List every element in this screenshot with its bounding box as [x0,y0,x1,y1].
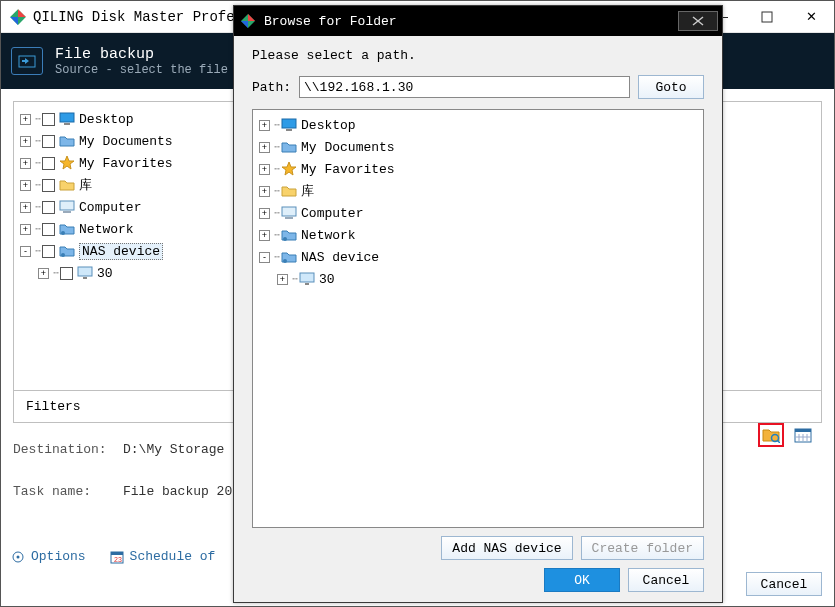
path-label: Path: [252,80,291,95]
svg-rect-5 [60,113,74,122]
tree-item[interactable]: +⋯Network [257,224,699,246]
dialog-prompt: Please select a path. [252,48,704,63]
expand-icon[interactable]: + [259,142,270,153]
svg-rect-32 [282,119,296,128]
folder-icon [281,139,297,155]
checkbox[interactable] [42,157,55,170]
checkbox[interactable] [42,113,55,126]
main-cancel-button[interactable]: Cancel [746,572,822,596]
expand-icon[interactable]: + [20,136,31,147]
checkbox[interactable] [42,201,55,214]
svg-rect-35 [282,207,296,216]
tree-item-label: My Favorites [79,156,173,171]
svg-line-15 [778,441,781,444]
schedule-link[interactable]: 23 Schedule of [110,549,216,564]
svg-rect-25 [111,552,123,555]
checkbox[interactable] [42,179,55,192]
filters-label: Filters [26,399,81,414]
tree-item-label: NAS device [301,250,379,265]
folder-yellow-icon [59,177,75,193]
tree-item-label: My Documents [79,134,173,149]
expand-icon[interactable]: + [277,274,288,285]
svg-point-11 [61,253,65,257]
browse-destination-button[interactable] [758,423,784,447]
dialog-cancel-button[interactable]: Cancel [628,568,704,592]
svg-point-38 [283,259,287,263]
svg-rect-6 [64,123,70,125]
expand-icon[interactable]: + [20,224,31,235]
dialog-close-button[interactable] [678,11,718,31]
desktop-icon [59,111,75,127]
tree-item[interactable]: +⋯My Documents [257,136,699,158]
maximize-button[interactable] [744,2,789,32]
header-title: File backup [55,46,228,63]
checkbox[interactable] [42,223,55,236]
star-icon [59,155,75,171]
calendar-icon[interactable] [790,423,816,447]
svg-marker-1 [18,9,26,17]
destination-value: D:\My Storage [123,442,224,457]
svg-marker-7 [60,156,74,169]
expand-icon[interactable]: + [259,120,270,131]
expand-icon[interactable]: + [259,230,270,241]
network-icon [59,243,75,259]
tree-item-label: My Favorites [301,162,395,177]
svg-rect-33 [286,129,292,131]
expand-icon[interactable]: + [259,208,270,219]
expand-icon[interactable]: + [20,158,31,169]
file-backup-icon [11,47,43,75]
tree-item[interactable]: +⋯30 [257,268,699,290]
tree-item-label: Computer [301,206,363,221]
tree-item-label: Desktop [79,112,134,127]
ok-button[interactable]: OK [544,568,620,592]
collapse-icon[interactable]: - [20,246,31,257]
expand-icon[interactable]: + [38,268,49,279]
tree-item-label: 库 [301,182,314,200]
computer-icon [59,199,75,215]
tree-item[interactable]: +⋯Computer [257,202,699,224]
tree-item-label: Network [301,228,356,243]
checkbox[interactable] [42,245,55,258]
browse-folder-dialog: Browse for Folder Please select a path. … [233,5,723,603]
svg-rect-13 [83,277,87,279]
network-icon [281,249,297,265]
desktop-icon [281,117,297,133]
tree-item[interactable]: +⋯Desktop [257,114,699,136]
expand-icon[interactable]: + [259,186,270,197]
schedule-icon: 23 [110,550,124,564]
svg-rect-3 [762,12,772,22]
tree-item[interactable]: +⋯My Favorites [257,158,699,180]
svg-marker-34 [282,162,296,175]
dialog-tree[interactable]: +⋯Desktop+⋯My Documents+⋯My Favorites+⋯库… [252,109,704,528]
expand-icon[interactable]: + [259,164,270,175]
svg-point-10 [61,231,65,235]
tree-item[interactable]: -⋯NAS device [257,246,699,268]
tree-item-label: NAS device [79,243,163,260]
options-label: Options [31,549,86,564]
path-input[interactable] [299,76,630,98]
checkbox[interactable] [60,267,73,280]
svg-point-23 [17,555,20,558]
app-logo-icon [9,8,27,26]
expand-icon[interactable]: + [20,180,31,191]
star-icon [281,161,297,177]
svg-rect-9 [63,211,71,213]
collapse-icon[interactable]: - [259,252,270,263]
expand-icon[interactable]: + [20,202,31,213]
schedule-label: Schedule of [130,549,216,564]
tree-item-label: 库 [79,176,92,194]
dialog-titlebar[interactable]: Browse for Folder [234,6,722,36]
create-folder-button[interactable]: Create folder [581,536,704,560]
goto-button[interactable]: Goto [638,75,704,99]
expand-icon[interactable]: + [20,114,31,125]
monitor-icon [299,271,315,287]
svg-rect-36 [285,217,293,219]
close-button[interactable]: ✕ [789,2,834,32]
header-subtitle: Source - select the file [55,63,228,77]
tree-item[interactable]: +⋯库 [257,180,699,202]
monitor-icon [77,265,93,281]
tree-item-label: 30 [319,272,335,287]
checkbox[interactable] [42,135,55,148]
options-link[interactable]: Options [11,549,86,564]
add-nas-device-button[interactable]: Add NAS device [441,536,572,560]
